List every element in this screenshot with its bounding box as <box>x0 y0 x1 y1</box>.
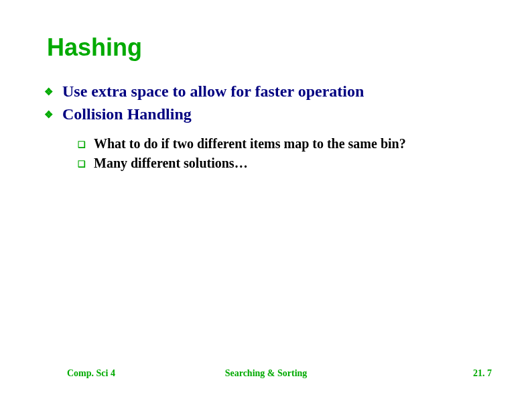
list-item-text: Use extra space to allow for faster oper… <box>62 80 364 102</box>
list-item: ❑ Many different solutions… <box>78 154 492 172</box>
slide-footer: Comp. Sci 4 Searching & Sorting 21. 7 <box>0 368 532 379</box>
footer-left: Comp. Sci 4 <box>67 368 115 379</box>
list-item-text: Collision Handling <box>62 103 192 125</box>
slide: Hashing ❖ Use extra space to allow for f… <box>0 0 532 399</box>
slide-title: Hashing <box>47 34 492 62</box>
list-item: ❖ Collision Handling <box>44 103 492 125</box>
list-item: ❖ Use extra space to allow for faster op… <box>44 80 492 102</box>
footer-center: Searching & Sorting <box>225 368 308 379</box>
bullet-list-level2: ❑ What to do if two different items map … <box>78 135 492 172</box>
diamond-bullet-icon: ❖ <box>44 108 53 121</box>
diamond-bullet-icon: ❖ <box>44 85 53 99</box>
bullet-list-level1: ❖ Use extra space to allow for faster op… <box>44 80 492 172</box>
list-item-text: Many different solutions… <box>94 154 248 172</box>
square-bullet-icon: ❑ <box>78 139 86 151</box>
list-item: ❑ What to do if two different items map … <box>78 135 492 153</box>
list-item-text: What to do if two different items map to… <box>94 135 406 153</box>
footer-right: 21. 7 <box>473 368 492 379</box>
square-bullet-icon: ❑ <box>78 158 86 170</box>
